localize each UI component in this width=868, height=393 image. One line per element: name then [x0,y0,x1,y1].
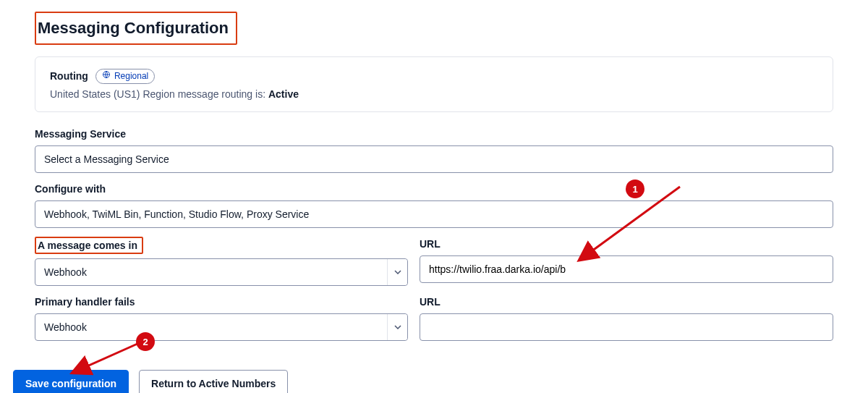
primary-handler-select[interactable]: Webhook [35,313,408,341]
message-comes-in-select[interactable]: Webhook [35,258,408,286]
message-url-input[interactable] [420,255,833,283]
page-title: Messaging Configuration [35,12,237,45]
configure-with-select[interactable]: Webhook, TwiML Bin, Function, Studio Flo… [35,200,833,228]
primary-url-label: URL [420,295,445,309]
message-comes-in-select-wrapper: Webhook [35,258,408,286]
primary-url-input[interactable] [420,313,833,341]
configure-with-block: Configure with Webhook, TwiML Bin, Funct… [35,182,833,228]
primary-handler-label: Primary handler fails [35,295,140,309]
return-button[interactable]: Return to Active Numbers [139,370,288,393]
routing-row: Routing Regional [50,69,818,84]
messaging-config-panel: Messaging Configuration Routing Regional… [13,4,855,355]
messaging-service-block: Messaging Service Select a Messaging Ser… [35,127,833,173]
routing-status-prefix: United States (US1) Region message routi… [50,88,268,100]
message-comes-in-label: A message comes in [35,237,143,254]
save-button[interactable]: Save configuration [13,370,129,393]
primary-handler-col: Primary handler fails Webhook [35,295,408,341]
primary-url-col: URL [420,295,833,341]
message-url-col: URL [420,237,833,286]
routing-box: Routing Regional United States (US1) Reg… [35,56,833,112]
button-row: Save configuration Return to Active Numb… [13,370,868,393]
configure-with-select-wrapper: Webhook, TwiML Bin, Function, Studio Flo… [35,200,833,228]
globe-icon [102,70,111,83]
messaging-service-select-wrapper: Select a Messaging Service [35,145,833,173]
messaging-service-label: Messaging Service [35,127,130,141]
primary-handler-row: Primary handler fails Webhook URL [35,295,833,341]
regional-pill-label: Regional [114,70,148,83]
routing-status-value: Active [268,88,299,100]
messaging-service-select[interactable]: Select a Messaging Service [35,145,833,173]
regional-pill[interactable]: Regional [95,69,155,84]
message-comes-in-row: A message comes in Webhook URL [35,237,833,286]
message-url-label: URL [420,237,445,251]
configure-with-label: Configure with [35,182,110,196]
routing-status: United States (US1) Region message routi… [50,88,818,100]
routing-label: Routing [50,70,88,82]
primary-handler-select-wrapper: Webhook [35,313,408,341]
message-comes-in-col: A message comes in Webhook [35,237,408,286]
